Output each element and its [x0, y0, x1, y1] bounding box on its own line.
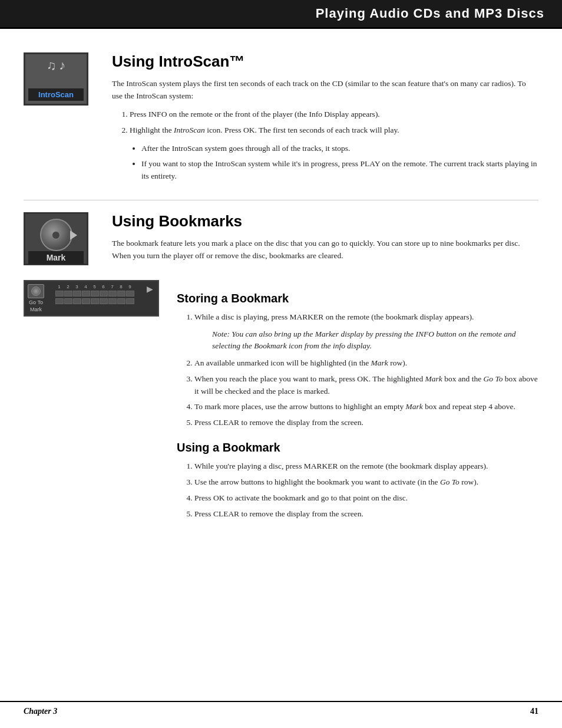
screen-content: Go To Mark 1 2 3 4 5 6 7 — [28, 284, 155, 312]
header-title: Playing Audio CDs and MP3 Discs — [316, 6, 544, 21]
note-1: ♫ — [47, 59, 57, 72]
introscan-label: IntroScan — [28, 88, 84, 101]
section-divider-1 — [24, 200, 538, 200]
storing-step-1: While a disc is playing, press MARKER on… — [194, 311, 538, 352]
screen-goto-label: Go To — [29, 299, 43, 305]
introscan-icon: ♫ ♪ IntroScan — [24, 52, 88, 106]
introscan-bullet-2: If you want to stop the IntroScan system… — [141, 158, 538, 183]
screen-grid-area: 1 2 3 4 5 6 7 8 9 — [47, 284, 143, 304]
introscan-step-2: Highlight the IntroScan icon. Press OK. … — [130, 124, 538, 137]
introscan-step-1: Press INFO on the remote or the front of… — [130, 108, 538, 121]
main-content: ♫ ♪ IntroScan Using IntroScan™ The Intro… — [0, 29, 562, 568]
bookmarks-intro: The bookmark feature lets you mark a pla… — [112, 238, 538, 262]
introscan-icon-box: ♫ ♪ IntroScan — [24, 52, 94, 106]
screen-disc — [31, 286, 41, 296]
introscan-heading: Using IntroScan™ — [112, 52, 538, 71]
screen-mark-label: Mark — [30, 307, 42, 312]
mark-icon: Mark — [24, 212, 88, 265]
storing-step-5: Press CLEAR to remove the display from t… — [194, 417, 538, 429]
using-bookmark-step-5: Press CLEAR to remove the display from t… — [194, 508, 538, 521]
introscan-intro: The IntroScan system plays the first ten… — [112, 78, 538, 103]
mark-label: Mark — [28, 251, 84, 264]
screen-left: Go To Mark — [28, 284, 44, 312]
bookmark-screen: Go To Mark 1 2 3 4 5 6 7 — [24, 280, 159, 317]
introscan-bullets: After the IntroScan system goes through … — [141, 143, 538, 183]
bookmark-display-img: Go To Mark 1 2 3 4 5 6 7 — [24, 280, 159, 317]
introscan-steps: Press INFO on the remote or the front of… — [130, 108, 538, 137]
note-2: ♪ — [59, 59, 65, 72]
using-bookmark-step-4: Press OK to activate the bookmark and go… — [194, 492, 538, 505]
storing-heading: Storing a Bookmark — [177, 292, 538, 305]
storing-note: Note: You can also bring up the Marker d… — [212, 328, 538, 353]
using-bookmark-step-1: While you're playing a disc, press MARKE… — [194, 460, 538, 473]
using-bookmark-step-3: Use the arrow buttons to highlight the b… — [194, 476, 538, 489]
using-bookmark-heading: Using a Bookmark — [177, 441, 538, 454]
mark-icon-box: Mark — [24, 212, 94, 265]
mark-disc-container — [40, 219, 72, 251]
bookmarks-section: Mark Using Bookmarks The bookmark featur… — [24, 212, 538, 268]
using-bookmark-steps: While you're playing a disc, press MARKE… — [194, 460, 538, 521]
page-header: Playing Audio CDs and MP3 Discs — [0, 0, 562, 27]
bookmarks-heading: Using Bookmarks — [112, 212, 538, 230]
storing-content: Storing a Bookmark While a disc is playi… — [177, 280, 538, 526]
mark-cells-row — [47, 298, 143, 304]
introscan-content: Using IntroScan™ The IntroScan system pl… — [112, 52, 538, 188]
storing-step-4: To mark more places, use the arrow butto… — [194, 401, 538, 413]
storing-steps: While a disc is playing, press MARKER on… — [194, 311, 538, 429]
mark-disc — [40, 219, 72, 251]
footer-chapter: Chapter 3 — [24, 707, 57, 716]
goto-cells-row — [47, 291, 143, 297]
footer-page-number: 41 — [530, 707, 538, 716]
storing-section: Go To Mark 1 2 3 4 5 6 7 — [24, 280, 538, 526]
bookmarks-content: Using Bookmarks The bookmark feature let… — [112, 212, 538, 268]
screen-disc-icon — [28, 284, 44, 298]
storing-step-3: When you reach the place you want to mar… — [194, 373, 538, 398]
screen-play-arrow: ▶ — [145, 284, 155, 294]
page-footer: Chapter 3 41 — [0, 701, 562, 716]
mark-play-btn — [70, 230, 77, 240]
screen-numbers-row: 1 2 3 4 5 6 7 8 9 — [47, 284, 143, 289]
storing-step-2: An available unmarked icon will be highl… — [194, 357, 538, 370]
music-notes: ♫ ♪ — [47, 59, 66, 72]
introscan-section: ♫ ♪ IntroScan Using IntroScan™ The Intro… — [24, 52, 538, 188]
introscan-bullet-1: After the IntroScan system goes through … — [141, 143, 538, 155]
